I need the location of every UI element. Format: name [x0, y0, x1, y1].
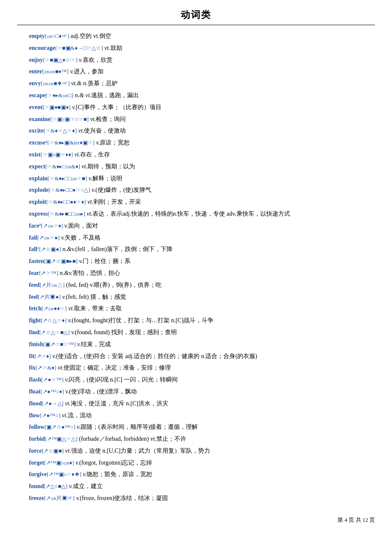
entry-pos: vt.& n.: [71, 80, 88, 87]
entry-pos: v.: [83, 471, 87, 477]
entry-word: finish: [29, 341, 43, 347]
entry-word: follow: [29, 424, 45, 430]
entry-definition: (felt, felt) 摸，触；感觉: [66, 294, 126, 300]
list-item: event[☞▣♦■▣♦] v.[C]事件，大事；（比赛的）项目: [17, 102, 375, 113]
entry-definition: 面向，面对: [68, 223, 98, 229]
entry-pos: vt.: [90, 116, 96, 122]
entry-phonetic: [☞&♦▸■□□㎝▸]: [48, 211, 85, 217]
list-item: flow[↗●™○] vi.流，流动: [17, 410, 375, 421]
entry-word: flood: [29, 400, 42, 407]
list-item: flood[↗●→△] vt.淹没，使泛滥，充斥 n.[C]洪水，洪灾: [17, 399, 375, 409]
list-item: enter[㎝㎝■♦™] v.进入，参加: [17, 66, 375, 77]
entry-phonetic: [↗㎝片▣☞]: [44, 495, 75, 501]
entry-word: exist: [29, 151, 40, 158]
page-footer: 第 4 页 共 12 页: [17, 516, 375, 524]
entry-word: fight: [29, 317, 41, 324]
entry-word: excuse¹: [29, 139, 47, 146]
entry-word: event: [29, 104, 43, 110]
entry-word: fail: [29, 234, 37, 241]
entry-phonetic: [↗☆▣●]: [39, 246, 61, 252]
entry-pos: v.: [70, 68, 74, 75]
entry-phonetic: [☞&♦▸▣&ier♦▣☞]: [47, 139, 95, 146]
entry-phonetic: [↗☆△☞■△]: [39, 329, 70, 335]
entry-phonetic: [☞▣♭▣☞♦♦]: [40, 151, 73, 158]
entry-word: fall¹: [29, 246, 39, 252]
entry-pos: vt.: [68, 305, 74, 312]
entry-phonetic: [↗片▣●]: [38, 294, 61, 300]
entry-phonetic: [☞&♦▸□□㎝☞■]: [48, 175, 87, 182]
entry-word: freeze: [29, 495, 44, 501]
entry-phonetic: [↗△○■△]: [44, 483, 67, 489]
entry-phonetic: [☞&♦▸□□●♦☞♦]: [46, 199, 86, 205]
entry-definition: (forgot, forgotten)忘记，忘掉: [79, 460, 152, 466]
entry-word: explain: [29, 175, 48, 182]
entry-phonetic: [☞♦▸&㎝□]: [46, 92, 73, 98]
list-item: found[↗△○■△] v.成立，建立: [17, 481, 375, 491]
entry-phonetic: [▣↗☆▣■▸■]: [44, 258, 78, 264]
entry-phonetic: [↗☞™]: [39, 270, 58, 276]
list-item: finish[▣↗☞■☞™] v.结束，完成: [17, 339, 375, 350]
entry-definition: 淹没，使泛滥，充斥 n.[C]洪水，洪灾: [71, 400, 168, 407]
list-item: exploit[☞&♦▸□□●♦☞♦] vt.剥削；开发，开采: [17, 197, 375, 207]
entry-definition: 使兴奋，使激动: [84, 127, 126, 134]
entry-phonetic: [↗片㎝△]: [40, 282, 65, 288]
list-item: explode[☞&♦▸□□●☞○△] v.(使)爆炸，(使)发脾气: [17, 185, 375, 195]
list-item: fetch[↗㎝●♦☞] vt.取来，带来；去取: [17, 304, 375, 314]
entry-word: force: [29, 448, 42, 454]
entry-definition: (使)浮动，(使)漂浮，飘动: [69, 388, 137, 395]
entry-phonetic: [↗☞♦]: [35, 353, 51, 359]
entry-definition: 结束，完成: [81, 341, 111, 347]
entry-definition: 跟随；(表示时间，顺序等)接着；遵循，理解: [81, 424, 198, 430]
entry-pos: v.: [77, 341, 81, 347]
entry-word: fasten: [29, 258, 44, 264]
page-title: 动词类: [17, 9, 375, 21]
entry-pos: v.: [64, 223, 68, 229]
entries-container: empty[㎝○□♦☞] adj.空的 vt.倒空encourage[☞■▣&♦…: [17, 31, 375, 503]
entry-pos: vt.: [87, 199, 93, 205]
entry-word: fear: [29, 270, 39, 276]
list-item: float[↗●™○♦] v.(使)浮动，(使)漂浮，飘动: [17, 387, 375, 397]
entry-definition: (使)爆炸，(使)发脾气: [95, 187, 151, 193]
entry-phonetic: [▣↗☞■☞™]: [43, 341, 75, 347]
list-item: follow[▣↗☆●™○] v.跟随；(表示时间，顺序等)接着；遵循，理解: [17, 422, 375, 432]
entry-definition: 逃脱，逃跑，漏出: [91, 92, 139, 98]
entry-pos: vi.: [75, 151, 81, 158]
entry-definition: (found, found) 找到，发现；感到；查明: [75, 329, 177, 335]
list-item: escape[☞♦▸&㎝□] n.& vi.逃脱，逃跑，漏出: [17, 90, 375, 101]
entry-pos: n.& vi.: [75, 92, 92, 98]
list-item: expect[☞&♦▸□㎝&♦] vt.期待，预期；以为: [17, 162, 375, 172]
list-item: forbid[↗™▣△☞△] (forbade／forbad, forbidde…: [17, 434, 375, 444]
list-item: fasten[▣↗☆▣■▸■] v.门；栓住；捆；系: [17, 256, 375, 266]
entry-definition: 剥削；开发，开采: [93, 199, 141, 205]
entry-word: forget: [29, 460, 44, 466]
entry-pos: vt.: [104, 45, 110, 51]
list-item: examine[☞▣♭▣☞○☞■] vt.检查；询问: [17, 114, 375, 124]
entry-pos: v.: [79, 57, 83, 63]
entry-phonetic: [☞&♦▸□□●☞○△]: [49, 187, 90, 193]
entry-word: empty: [29, 33, 45, 39]
entry-pos: adj.: [71, 33, 80, 39]
entry-definition: 失败，不及格: [65, 234, 101, 241]
entry-definition: 期待，预期；以为: [87, 163, 135, 170]
entry-definition: (forbade／forbad, forbidden) vt.禁止；不许: [79, 436, 186, 442]
entry-word: float: [29, 388, 40, 395]
entry-pos: v.: [69, 483, 73, 489]
entry-word: enter: [29, 68, 42, 75]
entry-definition: 喜欢，欣赏: [83, 57, 112, 63]
list-item: fail[↗㎝☞●] v.失败，不及格: [17, 233, 375, 243]
entry-word: face²: [29, 223, 41, 229]
entry-pos: v.: [77, 424, 81, 430]
entry-word: fix: [29, 364, 36, 371]
list-item: enjoy[☞■▣△♦☆☞] v.喜欢，欣赏: [17, 55, 375, 65]
entry-definition: 流，流动: [68, 412, 92, 419]
entry-pos: v.: [96, 139, 100, 146]
entry-phonetic: [㎝○□♦☞]: [45, 33, 69, 39]
entry-phonetic: [▣↗☆●™○]: [45, 424, 75, 430]
entry-phonetic: [↗●→△]: [42, 400, 63, 407]
entry-pos: vt.: [65, 400, 71, 407]
entry-phonetic: [↗●☞™]: [41, 376, 63, 383]
entry-phonetic: [☞▣♭▣☞○☞■]: [50, 116, 89, 122]
entry-phonetic: [㎝㎝■♦™]: [42, 68, 69, 75]
entry-word: found: [29, 483, 44, 489]
entry-word: exploit: [29, 199, 46, 205]
